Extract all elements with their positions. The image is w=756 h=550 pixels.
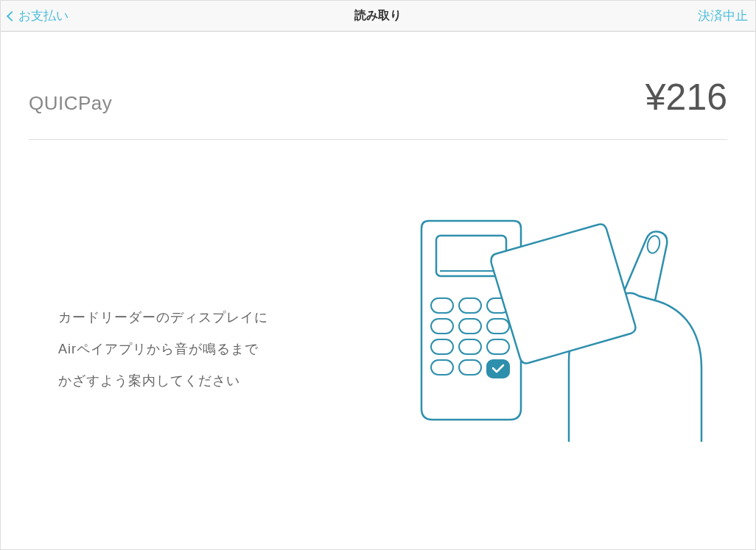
- svg-rect-3: [459, 298, 481, 313]
- cancel-payment-button[interactable]: 決済中止: [698, 7, 748, 24]
- instruction-line-3: かざすよう案内してください: [58, 365, 374, 397]
- svg-rect-6: [459, 319, 481, 334]
- svg-rect-10: [487, 339, 509, 354]
- svg-rect-5: [431, 319, 453, 334]
- instruction-line-2: Airペイアプリから音が鳴るまで: [58, 334, 374, 365]
- chevron-left-icon: [7, 10, 17, 21]
- reader-svg-icon: [396, 214, 705, 442]
- page-title: 読み取り: [354, 8, 402, 24]
- payment-amount-value: ¥216: [645, 76, 727, 119]
- svg-rect-11: [431, 360, 453, 375]
- instruction-text: カードリーダーのディスプレイに Airペイアプリから音が鳴るまで かざすよう案内…: [29, 195, 374, 460]
- svg-rect-13: [487, 360, 509, 378]
- back-button[interactable]: お支払い: [8, 7, 69, 24]
- svg-rect-12: [459, 360, 481, 375]
- back-label: お支払い: [18, 7, 69, 24]
- svg-rect-2: [431, 298, 453, 313]
- svg-rect-7: [487, 319, 509, 334]
- svg-rect-9: [459, 339, 481, 354]
- payment-summary: QUICPay ¥216: [29, 76, 727, 140]
- content-area: QUICPay ¥216 カードリーダーのディスプレイに Airペイアプリから音…: [1, 32, 755, 460]
- payment-method-label: QUICPay: [29, 92, 112, 115]
- svg-rect-8: [431, 339, 453, 354]
- header-bar: お支払い 読み取り 決済中止: [1, 1, 755, 32]
- main-area: カードリーダーのディスプレイに Airペイアプリから音が鳴るまで かざすよう案内…: [29, 195, 727, 460]
- instruction-line-1: カードリーダーのディスプレイに: [58, 302, 374, 334]
- card-reader-illustration: [374, 195, 727, 460]
